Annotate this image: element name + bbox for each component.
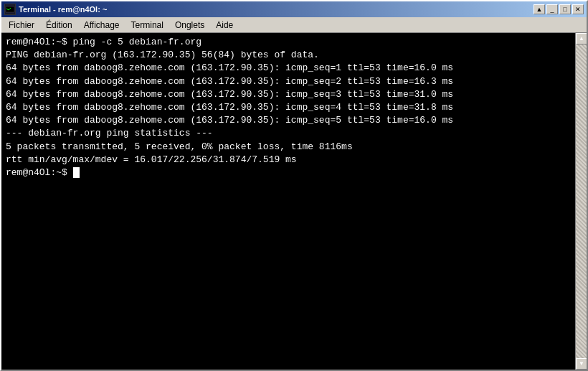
scrollbar-down-button[interactable]: ▼ xyxy=(576,358,587,370)
terminal-line: PING debian-fr.org (163.172.90.35) 56(84… xyxy=(6,49,582,62)
title-buttons: ▲ _ □ ✕ xyxy=(534,4,584,14)
terminal-body[interactable]: rem@n4Ol:~$ ping -c 5 debian-fr.orgPING … xyxy=(1,33,587,370)
title-bar-left: Terminal - rem@n4Ol: ~ xyxy=(4,4,107,15)
terminal-content: rem@n4Ol:~$ ping -c 5 debian-fr.orgPING … xyxy=(6,36,582,179)
terminal-line: --- debian-fr.org ping statistics --- xyxy=(6,127,582,140)
title-bar: Terminal - rem@n4Ol: ~ ▲ _ □ ✕ xyxy=(1,1,587,17)
menu-affichage[interactable]: Affichage xyxy=(78,19,125,32)
terminal-line: 5 packets transmitted, 5 received, 0% pa… xyxy=(6,141,582,154)
minimize-button[interactable]: _ xyxy=(546,4,558,14)
terminal-line: rem@n4Ol:~$ xyxy=(6,166,582,179)
terminal-line: rem@n4Ol:~$ ping -c 5 debian-fr.org xyxy=(6,36,582,49)
scrollbar[interactable]: ▲ ▼ xyxy=(575,33,587,370)
scrollbar-up-button[interactable]: ▲ xyxy=(576,33,587,44)
menu-onglets[interactable]: Onglets xyxy=(169,19,210,32)
maximize-button[interactable]: □ xyxy=(559,4,571,14)
close-button[interactable]: ✕ xyxy=(572,4,584,14)
up-arrow-button[interactable]: ▲ xyxy=(534,4,545,14)
menu-edition[interactable]: Édition xyxy=(40,19,78,32)
scrollbar-track xyxy=(576,44,587,358)
menu-fichier[interactable]: Fichier xyxy=(3,19,40,32)
terminal-line: 64 bytes from daboog8.zehome.com (163.17… xyxy=(6,62,582,75)
terminal-line: rtt min/avg/max/mdev = 16.017/22.256/31.… xyxy=(6,154,582,166)
menu-terminal[interactable]: Terminal xyxy=(125,19,169,32)
terminal-line: 64 bytes from daboog8.zehome.com (163.17… xyxy=(6,101,582,114)
terminal-line: 64 bytes from daboog8.zehome.com (163.17… xyxy=(6,75,582,88)
terminal-window: Terminal - rem@n4Ol: ~ ▲ _ □ ✕ Fichier É… xyxy=(0,0,588,371)
menubar: Fichier Édition Affichage Terminal Ongle… xyxy=(1,17,587,33)
window-title: Terminal - rem@n4Ol: ~ xyxy=(19,5,107,14)
terminal-icon xyxy=(4,4,16,15)
terminal-line: 64 bytes from daboog8.zehome.com (163.17… xyxy=(6,88,582,101)
cursor xyxy=(73,167,80,178)
menu-aide[interactable]: Aide xyxy=(210,19,239,32)
terminal-line: 64 bytes from daboog8.zehome.com (163.17… xyxy=(6,114,582,127)
